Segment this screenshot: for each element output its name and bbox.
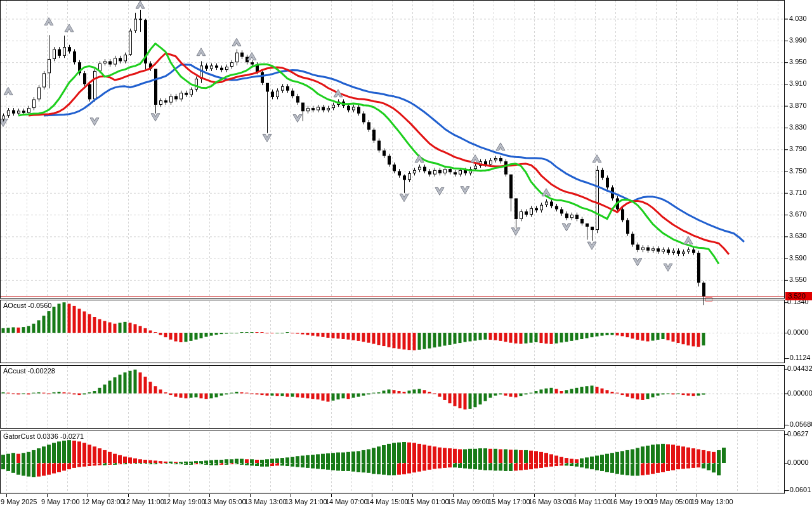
time-axis-label: 15 May 09:00 xyxy=(447,498,490,505)
indicator-tick-label: 0.00000 xyxy=(787,389,812,397)
time-axis-label: 13 May 05:00 xyxy=(204,498,246,505)
indicator-tick-label: 0.0000 xyxy=(787,458,809,466)
trading-chart-window: AOcust -0.0560 ACcust -0.00228 GatorCust… xyxy=(0,0,812,508)
time-axis-label: 9 May 17:00 xyxy=(41,498,80,505)
bid-price-badge: 3.520 xyxy=(785,292,812,300)
indicator-tick-label: 0.0000 xyxy=(787,328,809,336)
price-tick-label: 4.030 xyxy=(789,15,807,22)
price-tick-label: 3.750 xyxy=(789,167,807,175)
time-axis-label: 9 May 2025 xyxy=(1,498,37,505)
chart-canvas[interactable] xyxy=(0,0,812,508)
price-tick-label: 3.550 xyxy=(789,276,807,283)
price-tick-label: 3.870 xyxy=(789,102,807,109)
price-tick-label: 3.790 xyxy=(789,145,807,152)
time-axis-label: 16 May 03:00 xyxy=(528,498,571,505)
indicator-tick-label: -0.05680 xyxy=(787,420,812,428)
price-tick-label: 3.630 xyxy=(789,232,807,239)
time-axis-label: 12 May 19:00 xyxy=(163,498,206,505)
time-axis-label: 15 May 01:00 xyxy=(407,498,449,505)
time-axis-label: 14 May 15:00 xyxy=(366,498,409,505)
time-axis-label: 13 May 13:00 xyxy=(244,498,287,505)
indicator-tick-label: -0.1124 xyxy=(787,354,811,361)
gator-indicator-label: GatorCust 0.0336 -0.0271 xyxy=(3,432,84,440)
indicator-tick-label: -0.0601 xyxy=(787,486,811,493)
time-axis-label: 16 May 19:00 xyxy=(610,498,652,505)
price-tick-label: 3.590 xyxy=(789,254,807,262)
indicator-tick-label: 0.04432 xyxy=(787,364,812,372)
ac-indicator-label: ACcust -0.00228 xyxy=(3,367,55,375)
time-axis-label: 15 May 17:00 xyxy=(488,498,530,505)
time-axis-label: 12 May 03:00 xyxy=(82,498,124,505)
time-axis-label: 13 May 21:00 xyxy=(285,498,327,505)
price-tick-label: 3.950 xyxy=(789,58,807,65)
price-tick-label: 3.670 xyxy=(789,210,807,218)
ao-indicator-label: AOcust -0.0560 xyxy=(3,302,51,309)
price-tick-label: 3.990 xyxy=(789,36,807,44)
time-axis-label: 19 May 13:00 xyxy=(691,498,733,505)
time-axis-label: 12 May 11:00 xyxy=(122,498,164,505)
time-axis-label: 19 May 05:00 xyxy=(650,498,693,505)
time-axis-label: 16 May 11:00 xyxy=(569,498,611,505)
time-axis-label: 14 May 07:00 xyxy=(325,498,368,505)
price-tick-label: 3.830 xyxy=(789,123,807,131)
indicator-tick-label: 0.0627 xyxy=(787,430,809,438)
price-tick-label: 3.910 xyxy=(789,79,807,87)
price-tick-label: 3.710 xyxy=(789,189,807,196)
